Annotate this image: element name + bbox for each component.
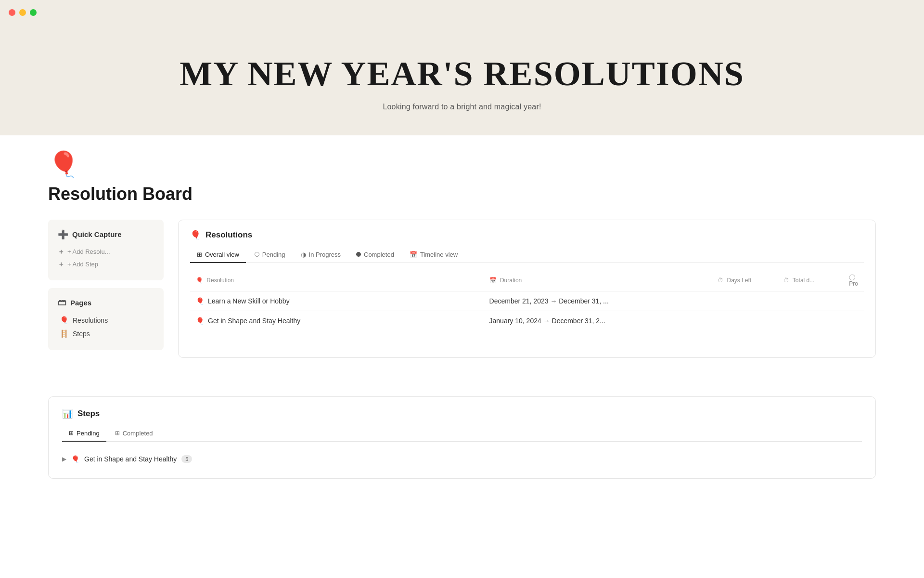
row2-days-left [712, 311, 778, 331]
steps-pending-icon: ⊞ [69, 430, 74, 436]
tab-completed[interactable]: Completed [349, 247, 401, 263]
resolutions-panel-title: Resolutions [205, 230, 252, 240]
tab-overall-view-label: Overall view [205, 251, 239, 258]
steps-tab-completed[interactable]: ⊞ Completed [108, 426, 160, 442]
tab-pending[interactable]: Pending [248, 247, 292, 263]
row1-resolution: 🎈 Learn a New Skill or Hobby [190, 291, 484, 311]
row1-icon: 🎈 [196, 297, 204, 305]
main-layout: ➕ Quick Capture ＋ + Add Resolu... ＋ + Ad… [48, 220, 876, 358]
row2-pro [843, 311, 864, 331]
row1-title: Learn a New Skill or Hobby [208, 297, 290, 305]
steps-title: Steps [77, 409, 100, 419]
steps-count-badge: 5 [181, 455, 192, 463]
steps-page-label: Steps [73, 330, 90, 338]
quick-capture-icon: ➕ [58, 229, 68, 240]
steps-icon: 📊 [62, 408, 73, 419]
pages-icon: 🗃 [58, 298, 66, 308]
row1-days-left [712, 291, 778, 311]
table-row[interactable]: 🎈 Get in Shape and Stay Healthy January … [190, 311, 864, 331]
pages-label: Pages [70, 299, 91, 307]
steps-page-icon: 🪜 [60, 329, 69, 338]
col-resolution-icon: 🎈 [196, 277, 203, 284]
overall-view-icon: ⊞ [197, 251, 202, 258]
sidebar-item-steps[interactable]: 🪜 Steps [58, 327, 154, 341]
col-pro-icon: ◯ [849, 274, 855, 280]
close-button[interactable] [9, 9, 15, 16]
tab-in-progress-label: In Progress [309, 251, 341, 258]
add-resolution-button[interactable]: ＋ + Add Resolu... [58, 246, 154, 258]
steps-pending-label: Pending [77, 430, 100, 437]
tab-overall-view[interactable]: ⊞ Overall view [190, 247, 246, 263]
steps-tab-pending[interactable]: ⊞ Pending [62, 426, 106, 442]
resolutions-panel: 🎈 Resolutions ⊞ Overall view Pending ◑ I… [178, 220, 876, 358]
timeline-icon: 📅 [410, 251, 417, 258]
resolutions-page-label: Resolutions [73, 316, 108, 324]
col-header-duration: 📅 Duration [484, 271, 712, 291]
col-header-days-left: ⏱ Days Left [712, 271, 778, 291]
row2-icon: 🎈 [196, 317, 204, 325]
hero-subtitle: Looking forward to a bright and magical … [383, 103, 541, 111]
add-resolution-label: + Add Resolu... [67, 248, 110, 255]
resolutions-page-icon: 🎈 [60, 316, 69, 325]
row2-resolution: 🎈 Get in Shape and Stay Healthy [190, 311, 484, 330]
row-chevron-icon[interactable]: ▶ [62, 456, 66, 462]
in-progress-icon: ◑ [301, 251, 306, 258]
col-header-resolution: 🎈 Resolution [190, 271, 484, 291]
row2-title: Get in Shape and Stay Healthy [208, 317, 300, 325]
col-header-pro: ◯ Pro [843, 271, 864, 291]
add-step-button[interactable]: ＋ + Add Step [58, 258, 154, 271]
titlebar [0, 0, 924, 25]
row2-duration: January 10, 2024 → December 31, 2... [484, 311, 712, 331]
row1-duration: December 21, 2023 → December 31, ... [484, 291, 712, 311]
col-days-icon: ⏱ [718, 277, 723, 284]
steps-section-header: 📊 Steps [62, 408, 862, 419]
steps-row-get-in-shape: ▶ 🎈 Get in Shape and Stay Healthy 5 [62, 451, 862, 467]
quick-capture-header: ➕ Quick Capture [58, 229, 154, 240]
tab-pending-label: Pending [262, 251, 285, 258]
hero-title: MY NEW YEAR'S RESOLUTIONS [180, 54, 744, 94]
steps-completed-icon: ⊞ [115, 430, 120, 436]
row-resolution-icon: 🎈 [71, 455, 79, 463]
col-header-total-d: ⏱ Total d... [778, 271, 844, 291]
steps-section: 📊 Steps ⊞ Pending ⊞ Completed ▶ 🎈 Get in… [48, 396, 876, 479]
tab-timeline-view[interactable]: 📅 Timeline view [403, 247, 464, 263]
balloon-area: 🎈 [48, 150, 876, 179]
tab-completed-label: Completed [364, 251, 394, 258]
steps-completed-label: Completed [123, 430, 153, 437]
balloon-icon: 🎈 [48, 150, 79, 178]
add-step-label: + Add Step [67, 261, 98, 268]
row1-pro [843, 291, 864, 311]
tab-timeline-label: Timeline view [420, 251, 458, 258]
row1-total-d [778, 291, 844, 311]
pages-list: 🎈 Resolutions 🪜 Steps [58, 314, 154, 341]
table-row[interactable]: 🎈 Learn a New Skill or Hobby December 21… [190, 291, 864, 311]
quick-capture-card: ➕ Quick Capture ＋ + Add Resolu... ＋ + Ad… [48, 220, 164, 280]
maximize-button[interactable] [30, 9, 37, 16]
minimize-button[interactable] [19, 9, 26, 16]
row-title: Get in Shape and Stay Healthy [84, 455, 177, 463]
resolutions-panel-icon: 🎈 [190, 230, 201, 240]
completed-dot-icon [356, 252, 361, 257]
sidebar: ➕ Quick Capture ＋ + Add Resolu... ＋ + Ad… [48, 220, 164, 358]
tab-in-progress[interactable]: ◑ In Progress [294, 247, 347, 263]
resolutions-tabs: ⊞ Overall view Pending ◑ In Progress Com… [190, 247, 864, 263]
pages-header: 🗃 Pages [58, 298, 154, 308]
content-area: 🎈 Resolution Board ➕ Quick Capture ＋ + A… [0, 135, 924, 396]
steps-tabs: ⊞ Pending ⊞ Completed [62, 426, 862, 442]
resolutions-panel-header: 🎈 Resolutions [190, 230, 864, 240]
row2-total-d [778, 311, 844, 331]
quick-capture-label: Quick Capture [72, 230, 122, 238]
col-duration-icon: 📅 [489, 277, 497, 284]
hero-section: MY NEW YEAR'S RESOLUTIONS Looking forwar… [0, 25, 924, 135]
sidebar-item-resolutions[interactable]: 🎈 Resolutions [58, 314, 154, 327]
pending-dot-icon [255, 252, 259, 257]
col-total-icon: ⏱ [783, 277, 789, 284]
resolutions-table: 🎈 Resolution 📅 Duration ⏱ Days Left [190, 271, 864, 331]
pages-card: 🗃 Pages 🎈 Resolutions 🪜 Steps [48, 288, 164, 350]
page-title: Resolution Board [48, 184, 876, 204]
